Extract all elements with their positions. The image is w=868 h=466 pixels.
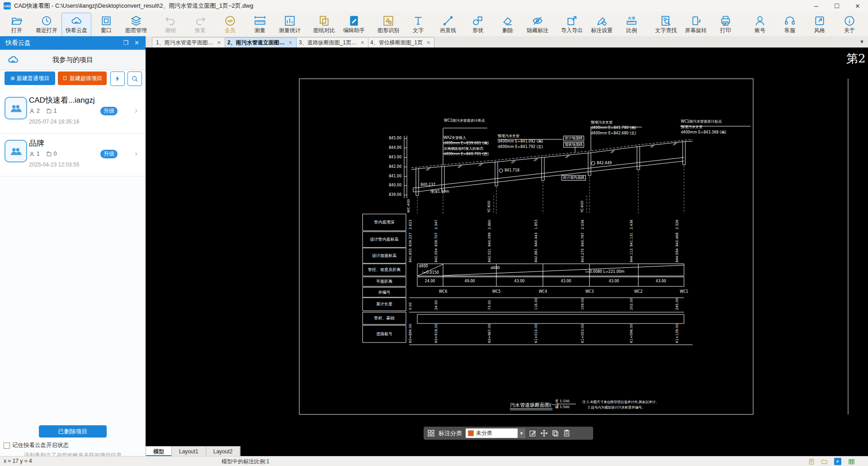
category-dropdown[interactable]: 未分类 ▼ <box>466 428 525 438</box>
pipe-depth-value: 2.623 <box>408 220 412 229</box>
project-date: 2025-07-24 16:35:16 <box>29 119 79 125</box>
search-projects-button[interactable] <box>127 71 142 86</box>
deleted-projects-button[interactable]: 已删除项目 <box>39 425 107 437</box>
toolbar-button-window[interactable]: 窗口 <box>91 13 121 37</box>
chevron-right-icon[interactable]: › <box>135 149 137 158</box>
toolbar-button-style[interactable]: 风格 <box>805 13 835 37</box>
remember-checkbox[interactable] <box>4 442 10 449</box>
dropdown-caret-icon: ▼ <box>518 428 525 438</box>
toolbar-button-label: 形状 <box>472 27 483 33</box>
elevation-flag: 埋深1.10m <box>430 190 449 194</box>
main-toolbar: 打开最近打开快看云盘窗口图层管理撤销恢复VIP会员测量测量统计图纸对比编辑助手图… <box>0 12 868 37</box>
title-bar: CAD CAD快速看图 - C:\Users\liangzj\Desktop\c… <box>0 0 868 12</box>
tab-label: 3、道路纵断面图_1页… <box>299 39 357 47</box>
toolbar-button-screen-rotate[interactable]: 屏幕旋转 <box>681 13 711 37</box>
toolbar-button-compare[interactable]: 图纸对比 <box>309 13 339 37</box>
toolbar-button-edit-assistant[interactable]: 编辑助手 <box>339 13 369 37</box>
log-icon[interactable] <box>807 457 816 466</box>
tab-close-icon[interactable]: ✕ <box>426 40 430 46</box>
float-panel-icon[interactable]: ❐ <box>123 39 128 46</box>
road-elevation-value: 843.275 <box>580 248 585 262</box>
toolbar-button-import-export[interactable]: 导入导出 <box>557 13 587 37</box>
new-super-project-button[interactable]: 🗋新建超级项目 <box>58 71 107 85</box>
upgrade-badge[interactable]: 升级 <box>100 150 118 158</box>
category-grid-icon[interactable] <box>427 429 435 437</box>
toolbar-button-eraser[interactable]: 删除 <box>493 13 523 37</box>
minimize-button[interactable]: ─ <box>806 0 826 12</box>
copy-annotation-icon[interactable] <box>552 429 559 437</box>
window-icon <box>100 14 112 27</box>
folder-icon[interactable] <box>820 457 828 466</box>
tab-list-caret-icon[interactable]: ▼ <box>859 39 864 44</box>
project-card[interactable]: 品牌10升级2025-04-23 12:03:55› <box>0 133 146 176</box>
drawing-tab-2[interactable]: 2、雨污水管道立面图…✕ <box>223 37 297 48</box>
toolbar-button-measure-stats[interactable]: 测量统计 <box>275 13 305 37</box>
recent-icon <box>41 14 52 27</box>
axis-elevation-label: 840.00 <box>386 183 401 188</box>
drawing-tab-1[interactable]: 1、雨污水管道平面图…✕ <box>152 37 225 48</box>
layout-tab-layout2[interactable]: Layout2 <box>206 447 241 456</box>
toolbar-button-print[interactable]: 打印 <box>711 13 741 37</box>
toolbar-button-scale[interactable]: A:B比例 <box>617 13 646 37</box>
toolbar-button-measure[interactable]: 测量 <box>245 13 275 37</box>
cumulative-length-value: 245.00 <box>675 298 679 310</box>
table-grid-icon[interactable] <box>847 457 855 466</box>
move-annotation-icon[interactable] <box>540 429 548 437</box>
remember-label: 记住快看云盘开启状态 <box>12 442 69 449</box>
toolbar-button-vip[interactable]: VIP会员 <box>215 13 245 37</box>
layout-tab-layout1[interactable]: Layout1 <box>172 447 206 456</box>
tab-close-icon[interactable]: ✕ <box>217 40 221 46</box>
toolbar-button-label: 窗口 <box>101 27 112 33</box>
toolbar-button-shapes[interactable]: 形状 <box>463 13 493 37</box>
drawing-tab-3[interactable]: 3、道路纵断面图_1页…✕ <box>295 37 368 48</box>
import-export-icon <box>566 14 578 27</box>
toolbar-button-layers[interactable]: 图层管理 <box>121 13 151 37</box>
upgrade-badge[interactable]: 升级 <box>100 107 118 115</box>
tab-close-icon[interactable]: ✕ <box>360 40 364 46</box>
toolbar-button-label: 文字 <box>413 27 424 33</box>
close-panel-icon[interactable]: ✕ <box>134 39 139 46</box>
cloud-panel: 快看云盘 ❐ ✕ 我参与的项目 ⊕新建普通项目 🗋新建超级项目 CAD快速看..… <box>0 36 146 456</box>
toolbar-button-label: 快看云盘 <box>66 27 87 33</box>
road-stake-value: K0+967.00 <box>487 324 491 343</box>
plane-distance-value: 43.00 <box>558 279 574 284</box>
sync-button[interactable] <box>110 71 125 86</box>
toolbar-button-account[interactable]: 账号 <box>745 13 775 37</box>
cumulative-length-value: 116.00 <box>534 298 538 310</box>
toolbar-button-draw-line[interactable]: 画直线 <box>433 13 463 37</box>
cad-annotation-line: WA2支管接入 <box>443 136 489 140</box>
shapes-icon <box>472 14 484 27</box>
maximize-button[interactable]: ☐ <box>826 0 847 12</box>
toolbar-button-text-search[interactable]: 文字查找 <box>651 13 681 37</box>
edit-annotation-icon[interactable] <box>529 429 537 437</box>
toolbar-button-hide-annotation[interactable]: 隐藏标注 <box>523 13 552 37</box>
elevation-flag: 840.237 <box>420 183 435 187</box>
toolbar-button-open[interactable]: 打开 <box>2 13 32 37</box>
project-card[interactable]: CAD快速看...iangzj21升级2025-07-24 16:35:16› <box>0 90 146 133</box>
toolbar-button-text[interactable]: 文字 <box>403 13 433 37</box>
road-stake-value: K1+010.00 <box>534 324 538 343</box>
toolbar-button-support[interactable]: 客服 <box>775 13 805 37</box>
toolbar-button-annotation-settings[interactable]: 标注设置 <box>587 13 617 37</box>
toolbar-button-apps[interactable]: 应用 <box>864 13 868 37</box>
new-normal-project-button[interactable]: ⊕新建普通项目 <box>5 71 55 85</box>
invert-elevation-value: 842.468 <box>675 233 679 247</box>
plus-circle-icon: ⊕ <box>10 75 15 81</box>
cad-annotation-line: 预埋污水支管 <box>498 134 543 138</box>
drawing-canvas[interactable]: 845.00844.00843.00842.00841.00840.00839.… <box>146 48 868 456</box>
drawing-tab-4[interactable]: 4、管位横断面图_1页✕ <box>366 37 434 48</box>
tab-close-icon[interactable]: ✕ <box>288 40 292 46</box>
toolbar-button-label: 测量 <box>255 27 265 33</box>
cloud-icon <box>71 14 82 27</box>
close-button[interactable]: ✕ <box>847 0 868 12</box>
pdf-export-icon[interactable]: P <box>834 457 842 466</box>
pipe-depth-value: 2.436 <box>629 220 633 229</box>
paste-annotation-icon[interactable] <box>563 429 571 437</box>
toolbar-button-shape-recognize[interactable]: 图形识别 <box>373 13 403 37</box>
projects-section-header: 我参与的项目 <box>0 50 146 70</box>
toolbar-button-recent[interactable]: 最近打开 <box>32 13 61 37</box>
chevron-right-icon[interactable]: › <box>135 106 137 115</box>
toolbar-button-about[interactable]: 关于 <box>835 13 864 37</box>
toolbar-button-cloud[interactable]: 快看云盘 <box>61 13 91 37</box>
layout-tab-模型[interactable]: 模型 <box>146 447 172 456</box>
